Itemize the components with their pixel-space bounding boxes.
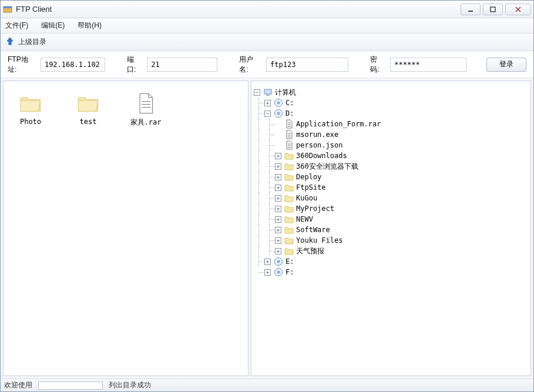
folder-icon bbox=[284, 151, 294, 160]
menu-help[interactable]: 帮助(H) bbox=[78, 21, 102, 31]
tree-node-drive-c[interactable]: C: bbox=[286, 98, 294, 108]
folder-icon bbox=[76, 92, 100, 115]
tree-toggle-child[interactable]: + bbox=[275, 153, 281, 159]
tree-toggle-child[interactable]: + bbox=[275, 195, 281, 202]
tree-toggle-root[interactable]: − bbox=[254, 89, 260, 96]
tree-toggle-child[interactable]: + bbox=[275, 227, 281, 233]
file-icon bbox=[134, 92, 157, 115]
statusbar: 欢迎使用 列出目录成功 bbox=[1, 378, 533, 391]
maximize-button[interactable] bbox=[483, 4, 503, 15]
remote-file-panel[interactable]: Photo test 家具.rar bbox=[3, 81, 248, 376]
tree-node-file[interactable]: msorun.exe bbox=[296, 129, 338, 140]
remote-folder-item[interactable]: Photo bbox=[7, 89, 54, 130]
menu-edit[interactable]: 编辑(E) bbox=[41, 21, 65, 31]
ip-input[interactable] bbox=[41, 58, 105, 72]
tree-node-folder[interactable]: 360Downloads bbox=[296, 150, 347, 161]
tree-node-folder[interactable]: 天气预报 bbox=[296, 246, 324, 256]
svg-rect-8 bbox=[266, 95, 270, 96]
window-title: FTP Client bbox=[16, 5, 461, 14]
tree-toggle-child[interactable]: + bbox=[275, 248, 281, 254]
tree-node-folder[interactable]: 360安全浏览器下载 bbox=[296, 161, 358, 172]
remote-folder-item[interactable]: test bbox=[65, 89, 112, 130]
drive-icon bbox=[274, 267, 283, 277]
password-label: 密码: bbox=[370, 55, 385, 75]
app-icon bbox=[3, 5, 12, 14]
file-icon bbox=[284, 130, 294, 139]
computer-icon bbox=[263, 88, 273, 97]
tree-toggle-child[interactable]: + bbox=[275, 206, 281, 212]
svg-rect-7 bbox=[264, 89, 271, 94]
file-icon bbox=[284, 119, 294, 129]
port-label: 端口: bbox=[127, 55, 142, 75]
main-area: Photo test 家具.rar − 计算机+ C:− D: Applicat… bbox=[1, 78, 533, 378]
username-input[interactable] bbox=[266, 58, 348, 72]
remote-file-item[interactable]: 家具.rar bbox=[122, 89, 169, 130]
folder-icon bbox=[284, 246, 294, 256]
tree-node-folder[interactable]: FtpSite bbox=[296, 182, 326, 193]
file-label: test bbox=[80, 118, 97, 126]
svg-point-10 bbox=[277, 102, 280, 104]
tree-toggle-d[interactable]: − bbox=[264, 110, 271, 117]
file-label: 家具.rar bbox=[130, 118, 162, 128]
password-input[interactable] bbox=[390, 58, 466, 72]
drive-icon bbox=[274, 257, 283, 266]
tree-node-drive-d[interactable]: D: bbox=[286, 108, 294, 119]
tree-node-file[interactable]: Application_Form.rar bbox=[296, 119, 381, 129]
folder-icon bbox=[284, 162, 294, 171]
tree-toggle-e[interactable]: + bbox=[264, 259, 271, 265]
menubar: 文件(F) 编辑(E) 帮助(H) bbox=[1, 18, 533, 33]
tree-node-computer[interactable]: 计算机 bbox=[275, 87, 296, 98]
file-icon bbox=[284, 140, 294, 150]
app-window: FTP Client 文件(F) 编辑(E) 帮助(H) 上级目录 FTP地址: bbox=[0, 0, 534, 392]
folder-icon bbox=[19, 92, 42, 115]
ip-label: FTP地址: bbox=[8, 55, 36, 75]
tree-node-folder[interactable]: NEWV bbox=[296, 214, 313, 225]
folder-icon bbox=[284, 193, 294, 203]
tree-node-folder[interactable]: SoftWare bbox=[296, 225, 330, 235]
window-controls bbox=[461, 4, 531, 15]
folder-icon bbox=[284, 236, 294, 245]
tree-toggle-c[interactable]: + bbox=[264, 100, 271, 106]
tree-node-folder[interactable]: MyProject bbox=[296, 203, 334, 214]
tree-node-file[interactable]: person.json bbox=[296, 140, 342, 150]
status-message: 列出目录成功 bbox=[109, 380, 151, 390]
folder-icon bbox=[284, 225, 294, 234]
port-input[interactable] bbox=[147, 58, 217, 72]
tree-toggle-f[interactable]: + bbox=[264, 269, 271, 276]
folder-icon bbox=[284, 172, 294, 182]
minimize-button[interactable] bbox=[461, 4, 481, 15]
drive-icon bbox=[274, 109, 283, 118]
up-directory-button[interactable]: 上级目录 bbox=[18, 37, 46, 47]
tree-toggle-child[interactable]: + bbox=[275, 237, 281, 244]
svg-point-12 bbox=[277, 112, 280, 115]
svg-rect-3 bbox=[491, 7, 495, 12]
folder-icon bbox=[284, 204, 294, 213]
up-arrow-icon[interactable] bbox=[5, 36, 15, 48]
tree-node-folder[interactable]: Youku Files bbox=[296, 235, 342, 246]
tree-node-drive-f[interactable]: F: bbox=[286, 267, 294, 277]
status-welcome: 欢迎使用 bbox=[4, 380, 32, 390]
directory-tree: − 计算机+ C:− D: Application_Form.rar msoru… bbox=[251, 81, 530, 283]
username-label: 用户名: bbox=[239, 55, 261, 75]
remote-icon-grid: Photo test 家具.rar bbox=[4, 81, 248, 138]
local-tree-panel[interactable]: − 计算机+ C:− D: Application_Form.rar msoru… bbox=[251, 81, 531, 376]
folder-icon bbox=[284, 183, 294, 192]
login-button[interactable]: 登录 bbox=[486, 58, 526, 72]
menu-file[interactable]: 文件(F) bbox=[5, 21, 28, 31]
svg-point-25 bbox=[277, 271, 280, 273]
tree-toggle-child[interactable]: + bbox=[275, 216, 281, 223]
toolbar: 上级目录 bbox=[1, 33, 533, 51]
file-label: Photo bbox=[20, 118, 41, 126]
tree-toggle-child[interactable]: + bbox=[275, 174, 281, 180]
tree-toggle-child[interactable]: + bbox=[275, 163, 281, 170]
close-button[interactable] bbox=[505, 4, 531, 15]
tree-node-folder[interactable]: KuGou bbox=[296, 193, 317, 203]
tree-node-drive-e[interactable]: E: bbox=[286, 256, 294, 267]
tree-node-folder[interactable]: Deploy bbox=[296, 172, 321, 182]
tree-toggle-child[interactable]: + bbox=[275, 185, 281, 191]
drive-icon bbox=[274, 98, 283, 108]
titlebar: FTP Client bbox=[1, 1, 533, 18]
svg-point-23 bbox=[277, 260, 280, 263]
svg-rect-2 bbox=[468, 11, 473, 12]
svg-rect-1 bbox=[4, 6, 12, 8]
